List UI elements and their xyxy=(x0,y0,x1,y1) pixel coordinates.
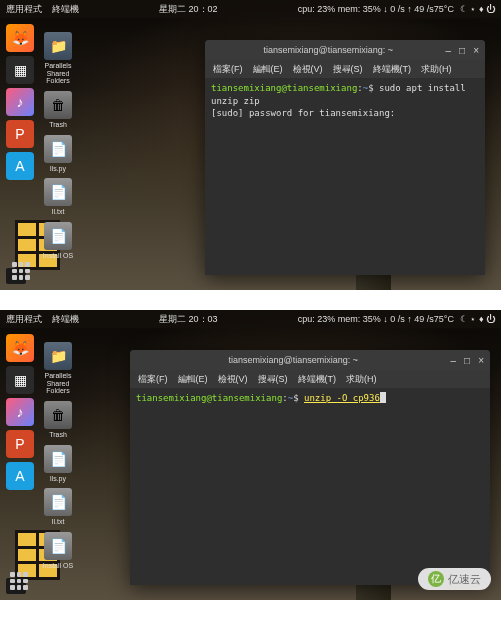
launcher-dock: 🦊 ▦ ♪ P A xyxy=(6,334,36,490)
menu-edit[interactable]: 編輯(E) xyxy=(253,63,283,76)
prompt-user: tiansemixiang@tiansemixiang xyxy=(211,83,357,93)
terminal-output[interactable]: tiansemixiang@tiansemixiang:~$ unzip -O … xyxy=(130,388,490,409)
terminal-menubar: 檔案(F) 編輯(E) 檢視(V) 搜尋(S) 終端機(T) 求助(H) xyxy=(205,60,485,78)
terminal-titlebar[interactable]: tiansemixiang@tiansemixiang: ~ – □ × xyxy=(205,40,485,60)
close-button[interactable]: × xyxy=(473,45,479,56)
menu-terminal[interactable]: 終端機(T) xyxy=(298,373,337,386)
prompt-user: tiansemixiang@tiansemixiang xyxy=(136,393,282,403)
top-panel: 應用程式 終端機 星期二 20：03 cpu: 23% mem: 35% ↓ 0… xyxy=(0,310,501,328)
menu-terminal[interactable]: 終端機(T) xyxy=(373,63,412,76)
menu-search[interactable]: 搜尋(S) xyxy=(333,63,363,76)
minimize-button[interactable]: – xyxy=(446,45,452,56)
menu-file[interactable]: 檔案(F) xyxy=(213,63,243,76)
watermark: 亿 亿速云 xyxy=(418,568,491,590)
terminal-menubar: 檔案(F) 編輯(E) 檢視(V) 搜尋(S) 終端機(T) 求助(H) xyxy=(130,370,490,388)
desktop-folder-parallels[interactable]: 📁Parallels Shared Folders xyxy=(40,32,76,85)
applications-menu[interactable]: 應用程式 xyxy=(6,3,42,16)
desktop-file-llspy[interactable]: 📄lls.py xyxy=(40,445,76,483)
show-applications-button[interactable] xyxy=(6,568,32,594)
menu-file[interactable]: 檔案(F) xyxy=(138,373,168,386)
maximize-button[interactable]: □ xyxy=(459,45,465,56)
powerpoint-icon[interactable]: P xyxy=(6,430,34,458)
terminal-window: tiansemixiang@tiansemixiang: ~ – □ × 檔案(… xyxy=(205,40,485,275)
desktop-icons: 📁Parallels Shared Folders 🗑Trash 📄lls.py… xyxy=(40,342,80,570)
show-applications-button[interactable] xyxy=(8,258,34,284)
desktop-trash[interactable]: 🗑Trash xyxy=(40,91,76,129)
appstore-icon[interactable]: A xyxy=(6,152,34,180)
applications-menu[interactable]: 應用程式 xyxy=(6,313,42,326)
menu-edit[interactable]: 編輯(E) xyxy=(178,373,208,386)
menu-view[interactable]: 檢視(V) xyxy=(293,63,323,76)
clock[interactable]: 星期二 20：02 xyxy=(79,3,298,16)
terminal-menu-indicator[interactable]: 終端機 xyxy=(52,3,79,16)
cursor xyxy=(380,392,386,403)
status-icons[interactable]: ☾ ⋆ ♦ ⏻ xyxy=(460,314,495,324)
minimize-button[interactable]: – xyxy=(451,355,457,366)
clock[interactable]: 星期二 20：03 xyxy=(79,313,298,326)
launcher-dock: 🦊 ▦ ♪ P A xyxy=(6,24,36,180)
terminal-output[interactable]: tiansemixiang@tiansemixiang:~$ sudo apt … xyxy=(205,78,485,124)
top-panel: 應用程式 終端機 星期二 20：02 cpu: 23% mem: 35% ↓ 0… xyxy=(0,0,501,18)
screenshot-2: 應用程式 終端機 星期二 20：03 cpu: 23% mem: 35% ↓ 0… xyxy=(0,310,501,600)
menu-search[interactable]: 搜尋(S) xyxy=(258,373,288,386)
desktop-trash[interactable]: 🗑Trash xyxy=(40,401,76,439)
terminal-titlebar[interactable]: tiansemixiang@tiansemixiang: ~ – □ × xyxy=(130,350,490,370)
terminal-title: tiansemixiang@tiansemixiang: ~ xyxy=(211,45,446,55)
desktop-file-iltxt[interactable]: 📄Il.txt xyxy=(40,178,76,216)
firefox-icon[interactable]: 🦊 xyxy=(6,24,34,52)
watermark-logo-icon: 亿 xyxy=(428,571,444,587)
desktop-file-iltxt[interactable]: 📄Il.txt xyxy=(40,488,76,526)
terminal-title: tiansemixiang@tiansemixiang: ~ xyxy=(136,355,451,365)
watermark-text: 亿速云 xyxy=(448,572,481,587)
system-stats: cpu: 23% mem: 35% ↓ 0 /s ↑ 49 /s75°C xyxy=(298,4,454,14)
parallels-icon[interactable]: ▦ xyxy=(6,56,34,84)
itunes-icon[interactable]: ♪ xyxy=(6,88,34,116)
appstore-icon[interactable]: A xyxy=(6,462,34,490)
status-icons[interactable]: ☾ ⋆ ♦ ⏻ xyxy=(460,4,495,14)
parallels-icon[interactable]: ▦ xyxy=(6,366,34,394)
desktop-folder-parallels[interactable]: 📁Parallels Shared Folders xyxy=(40,342,76,395)
terminal-menu-indicator[interactable]: 終端機 xyxy=(52,313,79,326)
firefox-icon[interactable]: 🦊 xyxy=(6,334,34,362)
menu-view[interactable]: 檢視(V) xyxy=(218,373,248,386)
desktop-icons: 📁Parallels Shared Folders 🗑Trash 📄lls.py… xyxy=(40,32,80,260)
desktop-file-install[interactable]: 📄Install OS xyxy=(40,532,76,570)
powerpoint-icon[interactable]: P xyxy=(6,120,34,148)
screenshot-1: 應用程式 終端機 星期二 20：02 cpu: 23% mem: 35% ↓ 0… xyxy=(0,0,501,290)
itunes-icon[interactable]: ♪ xyxy=(6,398,34,426)
sudo-prompt: [sudo] password for tiansemixiang: xyxy=(211,107,479,120)
menu-help[interactable]: 求助(H) xyxy=(346,373,377,386)
menu-help[interactable]: 求助(H) xyxy=(421,63,452,76)
close-button[interactable]: × xyxy=(478,355,484,366)
command-text: unzip -O cp936 xyxy=(304,393,380,403)
maximize-button[interactable]: □ xyxy=(464,355,470,366)
system-stats: cpu: 23% mem: 35% ↓ 0 /s ↑ 49 /s75°C xyxy=(298,314,454,324)
desktop-file-llspy[interactable]: 📄lls.py xyxy=(40,135,76,173)
desktop-file-install[interactable]: 📄Install OS xyxy=(40,222,76,260)
terminal-window: tiansemixiang@tiansemixiang: ~ – □ × 檔案(… xyxy=(130,350,490,585)
